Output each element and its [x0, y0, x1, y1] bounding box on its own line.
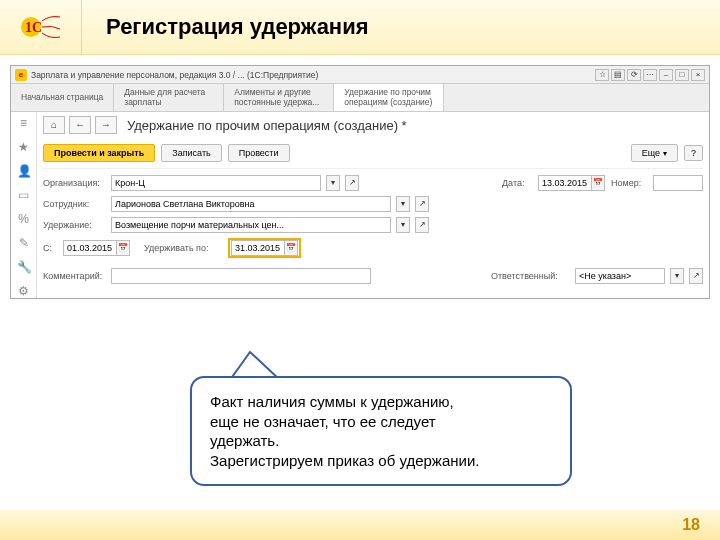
date-input[interactable] [538, 175, 592, 191]
hold-open-button[interactable]: ↗ [415, 217, 429, 233]
org-select-button[interactable]: ▾ [326, 175, 340, 191]
more-button[interactable]: Еще▾ [631, 144, 678, 162]
minimize-button[interactable]: – [659, 69, 673, 81]
callout-line-4: Зарегистрируем приказ об удержании. [210, 451, 552, 471]
sidebar: ≡ ★ 👤 ▭ % ✎ 🔧 ⚙ [11, 112, 37, 298]
date-label: Дата: [502, 178, 532, 188]
date-picker-button[interactable]: 📅 [591, 175, 605, 191]
tab-home[interactable]: Начальная страница [11, 84, 114, 111]
post-and-close-button[interactable]: Провести и закрыть [43, 144, 155, 162]
window-tool-2[interactable]: ▤ [611, 69, 625, 81]
window-tool-4[interactable]: ⋯ [643, 69, 657, 81]
title-bar: e Зарплата и управление персоналом, реда… [11, 66, 709, 84]
employee-open-button[interactable]: ↗ [415, 196, 429, 212]
org-label: Организация: [43, 178, 105, 188]
chevron-down-icon: ▾ [663, 149, 667, 158]
wrench-icon[interactable]: 🔧 [17, 260, 31, 274]
responsible-open-button[interactable]: ↗ [689, 268, 703, 284]
hold-select-button[interactable]: ▾ [396, 217, 410, 233]
tab-alimony[interactable]: Алименты и другие постоянные удержа... [224, 84, 334, 111]
callout-line-3: удержать. [210, 431, 552, 451]
callout-line-1: Факт наличия суммы к удержанию, [210, 392, 552, 412]
slide-header: 1C Регистрация удержания [0, 0, 720, 55]
workspace: ≡ ★ 👤 ▭ % ✎ 🔧 ⚙ ⌂ ← → Удержание по прочи… [11, 112, 709, 298]
org-open-button[interactable]: ↗ [345, 175, 359, 191]
to-label: Удерживать по: [144, 243, 222, 253]
close-button[interactable]: × [691, 69, 705, 81]
home-button[interactable]: ⌂ [43, 116, 65, 134]
app-icon: e [15, 69, 27, 81]
section-tabs: Начальная страница Данные для расчета за… [11, 84, 709, 112]
hold-label: Удержание: [43, 220, 105, 230]
slide-title: Регистрация удержания [106, 14, 369, 40]
hold-input[interactable] [111, 217, 391, 233]
to-date-input[interactable] [231, 240, 285, 256]
slide-footer: 18 [0, 510, 720, 540]
write-button[interactable]: Записать [161, 144, 221, 162]
from-label: С: [43, 243, 57, 253]
back-button[interactable]: ← [69, 116, 91, 134]
toolbar: Провести и закрыть Записать Провести Еще… [43, 138, 703, 169]
employee-label: Сотрудник: [43, 199, 105, 209]
page-title: Удержание по прочим операциям (создание)… [127, 118, 407, 133]
page-number: 18 [682, 516, 700, 534]
comment-input[interactable] [111, 268, 371, 284]
tab-payroll-data[interactable]: Данные для расчета зарплаты [114, 84, 224, 111]
number-label: Номер: [611, 178, 647, 188]
window-title: Зарплата и управление персоналом, редакц… [31, 70, 591, 80]
employee-select-button[interactable]: ▾ [396, 196, 410, 212]
from-date-input[interactable] [63, 240, 117, 256]
window-tool-3[interactable]: ⟳ [627, 69, 641, 81]
money-icon[interactable]: ▭ [17, 188, 31, 202]
app-window: e Зарплата и управление персоналом, реда… [10, 65, 710, 299]
responsible-label: Ответственный: [491, 271, 569, 281]
svg-text:1C: 1C [25, 20, 42, 35]
report-icon[interactable]: ✎ [17, 236, 31, 250]
nav-row: ⌂ ← → Удержание по прочим операциям (соз… [43, 116, 703, 134]
org-input[interactable] [111, 175, 321, 191]
responsible-input[interactable] [575, 268, 665, 284]
form-area: ⌂ ← → Удержание по прочим операциям (соз… [37, 112, 709, 298]
number-input[interactable] [653, 175, 703, 191]
percent-icon[interactable]: % [17, 212, 31, 226]
to-date-highlight: 📅 [228, 238, 301, 258]
to-date-picker-button[interactable]: 📅 [284, 240, 298, 256]
menu-icon[interactable]: ≡ [17, 116, 31, 130]
window-controls: ☆ ▤ ⟳ ⋯ – □ × [595, 69, 705, 81]
callout-line-2: еще не означает, что ее следует [210, 412, 552, 432]
callout: Факт наличия суммы к удержанию, еще не о… [190, 350, 580, 480]
maximize-button[interactable]: □ [675, 69, 689, 81]
post-button[interactable]: Провести [228, 144, 290, 162]
person-icon[interactable]: 👤 [17, 164, 31, 178]
responsible-select-button[interactable]: ▾ [670, 268, 684, 284]
forward-button[interactable]: → [95, 116, 117, 134]
tab-deduction-create[interactable]: Удержание по прочим операциям (создание) [334, 84, 444, 111]
gear-icon[interactable]: ⚙ [17, 284, 31, 298]
logo-1c: 1C [0, 0, 82, 55]
from-date-picker-button[interactable]: 📅 [116, 240, 130, 256]
callout-body: Факт наличия суммы к удержанию, еще не о… [190, 376, 572, 486]
window-tool-1[interactable]: ☆ [595, 69, 609, 81]
comment-label: Комментарий: [43, 271, 105, 281]
help-button[interactable]: ? [684, 145, 703, 161]
employee-input[interactable] [111, 196, 391, 212]
star-icon[interactable]: ★ [17, 140, 31, 154]
